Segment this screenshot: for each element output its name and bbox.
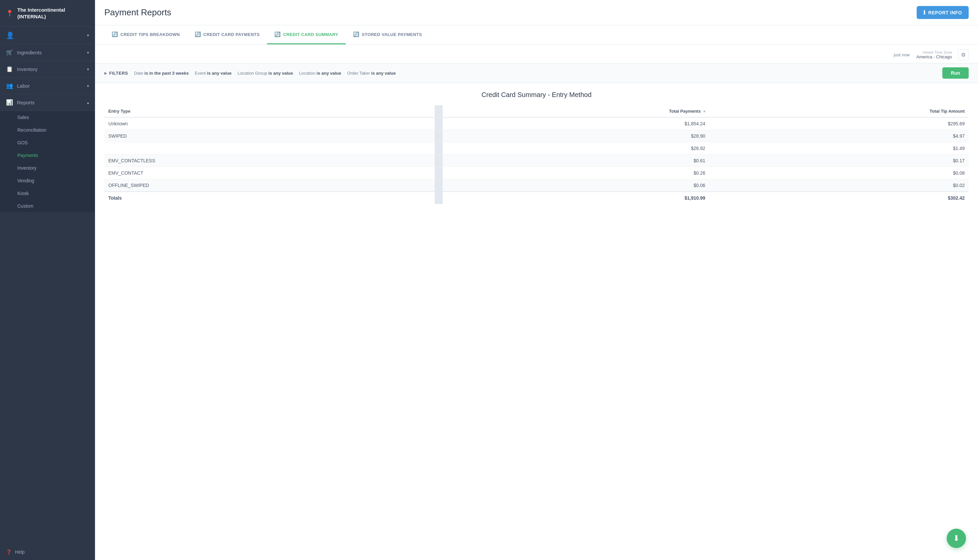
total-tip-amount-cell: $0.02 [709,179,969,192]
report-info-label: REPORT INFO [928,10,962,15]
reports-icon: 📊 [6,99,13,106]
sidebar-item-labor[interactable]: 👥 Labor ▾ [0,78,95,94]
total-tip-amount-cell: $4.97 [709,130,969,142]
tab-label: CREDIT CARD SUMMARY [283,32,338,37]
chevron-down-icon: ▾ [87,84,89,88]
settings-button[interactable]: ⚙ [958,49,969,60]
ingredients-icon: 🛒 [6,49,13,56]
data-table: Entry Type Total Payments ▾ Total Tip Am… [104,105,969,204]
table-row: EMV_CONTACT $0.26 $0.08 [104,167,969,179]
col-total-payments[interactable]: Total Payments ▾ [443,105,709,117]
run-button[interactable]: Run [942,67,969,79]
sidebar: 📍 The Intercontinental (INTERNAL) 👤 ▾ 🛒 … [0,0,95,560]
filter-location-group: Location Group is any value [238,71,293,76]
inventory-icon: 📋 [6,66,13,73]
download-icon: ⬇ [953,534,960,543]
tab-label: CREDIT TIPS BREAKDOWN [120,32,180,37]
sidebar-item-gos[interactable]: GOS [0,136,95,149]
tabs-bar: 🔄 CREDIT TIPS BREAKDOWN 🔄 CREDIT CARD PA… [95,25,978,45]
entry-type-cell: EMV_CONTACTLESS [104,155,435,167]
timezone-label: Viewer Time Zone [923,50,952,54]
total-payments-cell: $0.26 [443,167,709,179]
toolbar-row: just now Viewer Time Zone America - Chic… [95,45,978,63]
total-payments-cell: $0.61 [443,155,709,167]
filters-toggle[interactable]: ▶ FILTERS [104,71,128,76]
sidebar-item-sales[interactable]: Sales [0,111,95,124]
sidebar-item-ingredients[interactable]: 🛒 Ingredients ▾ [0,44,95,61]
total-payments-cell: $26.92 [443,142,709,155]
refresh-icon: 🔄 [112,31,118,37]
help-label: Help [15,549,25,555]
last-updated: just now [894,52,910,57]
table-row: OFFLINE_SWIPED $0.06 $0.02 [104,179,969,192]
help-icon: ❓ [6,549,12,555]
sidebar-item-kiosk[interactable]: Kiosk [0,187,95,200]
total-payments-cell: $1,854.24 [443,117,709,130]
report-info-button[interactable]: ℹ REPORT INFO [917,6,969,19]
sidebar-item-custom[interactable]: Custom [0,200,95,212]
tab-credit-card-payments[interactable]: 🔄 CREDIT CARD PAYMENTS [187,25,267,44]
refresh-icon: 🔄 [274,31,281,37]
sidebar-user-row[interactable]: 👤 ▾ [0,27,95,44]
totals-payments: $1,910.99 [443,192,709,204]
refresh-icon: 🔄 [195,31,201,37]
filters-label: FILTERS [109,71,128,76]
download-button[interactable]: ⬇ [947,529,966,548]
timezone-value: America - Chicago [916,54,952,59]
entry-type-cell: OFFLINE_SWIPED [104,179,435,192]
entry-type-cell: Unknown [104,117,435,130]
sidebar-item-label: Ingredients [17,50,42,55]
chevron-down-icon: ▾ [87,67,89,72]
filter-date: Date is in the past 3 weeks [134,71,189,76]
sidebar-item-label: Labor [17,83,30,89]
page-title: Payment Reports [104,7,172,18]
entry-type-cell: SWIPED [104,130,435,142]
chevron-up-icon: ▴ [87,100,89,105]
tab-credit-tips-breakdown[interactable]: 🔄 CREDIT TIPS BREAKDOWN [104,25,187,44]
table-title: Credit Card Summary - Entry Method [104,91,969,99]
total-tip-amount-cell: $295.69 [709,117,969,130]
entry-type-cell [104,142,435,155]
timezone-info: Viewer Time Zone America - Chicago [916,50,952,59]
tab-label: CREDIT CARD PAYMENTS [203,32,260,37]
sidebar-item-reconciliation[interactable]: Reconciliation [0,124,95,136]
col-entry-type: Entry Type [104,105,435,117]
sidebar-item-help[interactable]: ❓ Help [0,544,95,560]
tab-label: STORED VALUE PAYMENTS [362,32,422,37]
table-row: Unknown $1,854.24 $295.69 [104,117,969,130]
user-icon: 👤 [6,31,14,39]
filters-bar: ▶ FILTERS Date is in the past 3 weeks Ev… [95,63,978,83]
table-section: Credit Card Summary - Entry Method Entry… [95,83,978,212]
refresh-icon: 🔄 [353,31,359,37]
filter-order-taker: Order Taker is any value [347,71,396,76]
sidebar-item-inventory-report[interactable]: Inventory [0,162,95,174]
filter-location: Location is any value [299,71,341,76]
sidebar-header: 📍 The Intercontinental (INTERNAL) [0,0,95,27]
main-content: Payment Reports ℹ REPORT INFO 🔄 CREDIT T… [95,0,978,560]
sidebar-item-reports[interactable]: 📊 Reports ▴ [0,94,95,111]
table-row: EMV_CONTACTLESS $0.61 $0.17 [104,155,969,167]
info-icon: ℹ [923,9,926,16]
tab-credit-card-summary[interactable]: 🔄 CREDIT CARD SUMMARY [267,25,346,44]
total-tip-amount-cell: $0.17 [709,155,969,167]
sidebar-item-vending[interactable]: Vending [0,174,95,187]
filter-event: Event is any value [195,71,232,76]
sidebar-item-inventory[interactable]: 📋 Inventory ▾ [0,61,95,78]
totals-tip-amount: $302.42 [709,192,969,204]
total-tip-amount-cell: $1.49 [709,142,969,155]
org-name: The Intercontinental (INTERNAL) [17,7,89,20]
total-payments-cell: $0.06 [443,179,709,192]
totals-label: Totals [104,192,435,204]
sort-icon: ▾ [703,109,705,113]
table-row: SWIPED $28.90 $4.97 [104,130,969,142]
tab-stored-value-payments[interactable]: 🔄 STORED VALUE PAYMENTS [346,25,429,44]
sidebar-item-payments[interactable]: Payments [0,149,95,162]
arrow-right-icon: ▶ [104,71,107,75]
location-icon: 📍 [6,10,13,17]
total-tip-amount-cell: $0.08 [709,167,969,179]
totals-row: Totals $1,910.99 $302.42 [104,192,969,204]
reports-sub-menu: Sales Reconciliation GOS Payments Invent… [0,111,95,212]
sidebar-item-label: Inventory [17,66,38,72]
sidebar-item-label: Reports [17,100,35,105]
col-total-tip-amount: Total Tip Amount [709,105,969,117]
